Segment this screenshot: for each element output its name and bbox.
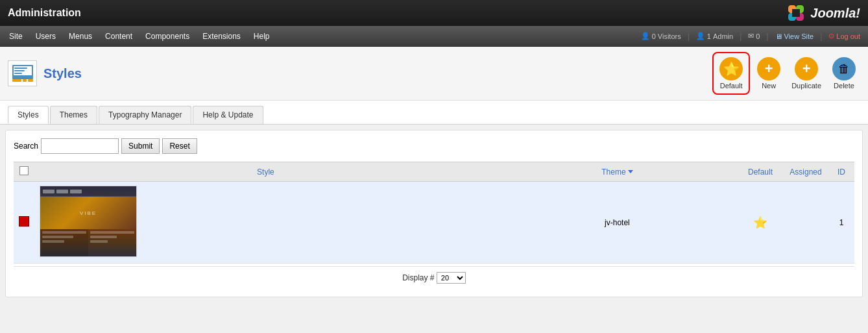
nav-item-help[interactable]: Help	[247, 26, 276, 46]
th-style: Style	[34, 162, 497, 182]
view-site-link[interactable]: 🖥 View Site	[775, 32, 814, 40]
display-select[interactable]: 20 5 10 15 25 30 50 100	[437, 272, 466, 284]
row-checkbox-cell	[14, 182, 34, 264]
thumb-top-bar	[40, 186, 136, 197]
search-bar: Search Submit Reset	[14, 138, 854, 154]
page-title: Styles	[43, 66, 82, 81]
admin-count: 👤 1 Admin	[696, 32, 733, 40]
search-input[interactable]	[41, 138, 119, 154]
page-icon	[8, 60, 37, 86]
row-style-cell: VIBE	[34, 182, 497, 264]
nav-item-users[interactable]: Users	[29, 26, 62, 46]
navbar: Site Users Menus Content Components Exte…	[0, 26, 868, 47]
nav-item-content[interactable]: Content	[99, 26, 139, 46]
svg-rect-3	[23, 79, 27, 82]
delete-button[interactable]: 🗑 Delete	[828, 55, 860, 92]
duplicate-icon: +	[795, 57, 818, 80]
row-checkbox[interactable]	[19, 216, 29, 227]
svg-rect-4	[28, 79, 33, 82]
th-default: Default	[738, 162, 783, 182]
page-title-area: Styles	[8, 60, 82, 86]
thumb-bottom-left	[40, 229, 88, 256]
style-thumbnail: VIBE	[40, 186, 137, 257]
nav-item-site[interactable]: Site	[3, 26, 29, 46]
nav-item-components[interactable]: Components	[139, 26, 196, 46]
messages-count: ✉ 0	[748, 32, 760, 40]
styles-page-icon	[11, 64, 34, 83]
new-button[interactable]: + New	[753, 55, 785, 92]
thumb-content: VIBE	[40, 186, 136, 256]
nav-right: 👤 0 Visitors | 👤 1 Admin | ✉ 0 | 🖥 View …	[641, 32, 865, 41]
thumb-nav-1	[43, 190, 54, 193]
delete-label: Delete	[834, 82, 854, 90]
reset-button[interactable]: Reset	[162, 138, 197, 154]
default-button[interactable]: ⭐ Default	[715, 55, 747, 92]
toolbar-buttons: ⭐ Default + New + Duplicate 🗑 Delete	[712, 52, 860, 95]
svg-rect-2	[12, 79, 21, 82]
new-icon: +	[757, 57, 780, 80]
theme-filter-icon	[628, 170, 633, 173]
duplicate-button[interactable]: + Duplicate	[788, 55, 825, 92]
row-theme-cell: jv-hotel	[497, 182, 738, 264]
thumb-hero-text: VIBE	[80, 210, 97, 216]
table-row: VIBE	[14, 182, 854, 264]
row-assigned-cell	[783, 182, 828, 264]
svg-rect-7	[14, 73, 22, 74]
default-icon: ⭐	[719, 57, 743, 80]
th-theme[interactable]: Theme	[497, 162, 738, 182]
thumb-hero: VIBE	[40, 197, 136, 229]
divider2: |	[740, 32, 741, 41]
divider3: |	[766, 32, 768, 41]
nav-item-extensions[interactable]: Extensions	[196, 26, 247, 46]
submit-button[interactable]: Submit	[121, 138, 160, 154]
data-table: Style Theme Default Assigned ID	[14, 162, 854, 264]
th-id: ID	[828, 162, 854, 182]
display-footer: Display # 20 5 10 15 25 30 50 100	[14, 266, 854, 289]
tab-styles[interactable]: Styles	[8, 106, 49, 124]
tab-typography-manager[interactable]: Typography Manager	[99, 106, 191, 124]
th-checkbox	[14, 162, 34, 182]
default-label: Default	[720, 82, 743, 90]
row-default-cell: ⭐	[738, 182, 783, 264]
thumb-bottom	[40, 229, 136, 256]
header: Administration Joomla!	[0, 0, 868, 26]
svg-rect-6	[14, 70, 25, 71]
thumb-bottom-right	[88, 229, 136, 256]
search-label: Search	[14, 142, 38, 151]
tab-themes[interactable]: Themes	[50, 106, 97, 124]
duplicate-label: Duplicate	[791, 82, 821, 90]
main-content: Search Submit Reset Style Theme	[5, 130, 863, 297]
nav-left: Site Users Menus Content Components Exte…	[3, 26, 276, 46]
default-button-wrapper: ⭐ Default	[712, 52, 750, 95]
tab-help-update[interactable]: Help & Update	[193, 106, 263, 124]
delete-icon: 🗑	[832, 57, 856, 80]
svg-rect-5	[14, 68, 27, 69]
admin-title: Administration	[8, 7, 81, 19]
logout-link[interactable]: ⊙ Log out	[828, 32, 860, 40]
thumb-nav-2	[56, 190, 68, 193]
thumb-nav-3	[70, 190, 82, 193]
nav-item-menus[interactable]: Menus	[62, 26, 99, 46]
joomla-logo-icon	[786, 3, 806, 23]
divider1: |	[688, 32, 690, 41]
th-assigned: Assigned	[783, 162, 828, 182]
joomla-logo: Joomla!	[786, 3, 860, 23]
tabs-area: Styles Themes Typography Manager Help & …	[0, 101, 868, 125]
select-all-checkbox[interactable]	[19, 166, 29, 175]
row-id-cell: 1	[828, 182, 854, 264]
divider4: |	[820, 32, 822, 41]
display-label: Display #	[402, 273, 434, 282]
toolbar-area: Styles ⭐ Default + New + Duplicate 🗑 Del…	[0, 47, 868, 101]
joomla-logo-text: Joomla!	[810, 6, 860, 21]
visitors-count: 👤 0 Visitors	[641, 32, 681, 40]
default-star-icon: ⭐	[753, 216, 767, 229]
new-label: New	[762, 82, 776, 90]
